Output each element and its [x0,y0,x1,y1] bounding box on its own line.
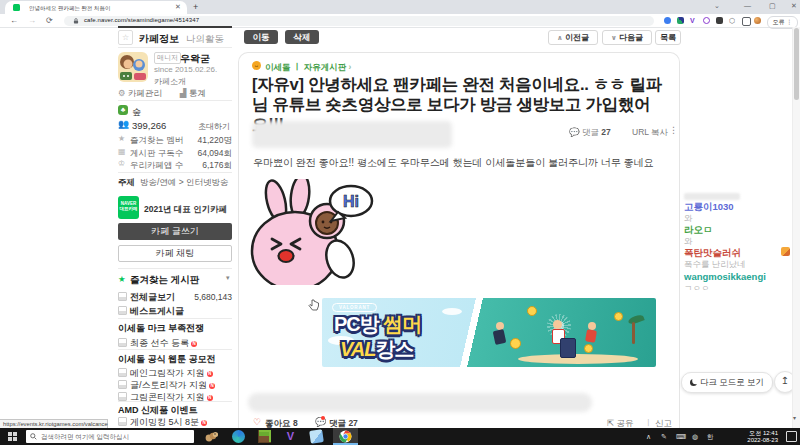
new-tab-icon[interactable]: + [193,2,198,12]
edge-icon[interactable] [232,430,245,443]
minimize-icon[interactable]: — [744,2,751,9]
browser-tab[interactable]: 안녕하세요 팬카페는 완전 처음이 ✕ [5,1,187,14]
taskbar-search[interactable]: 검색하려면 여기에 입력하십시 [26,430,194,443]
dark-mode-button[interactable]: 다크 모드로 보기 [681,372,773,393]
taskbar-clock[interactable]: 오전 12:41 2022-08-23 [722,430,778,444]
board-icon [118,368,127,377]
board-all-posts[interactable]: 전체글보기 [118,291,175,304]
banner-text-summer: 썸머 [383,313,421,335]
clock-time: 오전 12:41 [722,430,778,437]
breadcrumb-arrow-icon: › [349,62,352,72]
tray-keyboard-icon[interactable]: ⌨ [676,433,686,441]
banner-line2: VAL캉스 [340,336,414,363]
board-icon: ▦ [118,147,126,156]
board-best-posts[interactable]: 베스트게시글 [118,305,184,318]
start-button-icon[interactable] [8,432,17,441]
visual-studio-icon[interactable]: V [284,430,297,443]
fav-boards-header[interactable]: 즐겨찾는 게시판 [130,274,199,287]
extension-icon[interactable] [716,17,723,24]
forward-icon[interactable]: → [28,16,36,25]
tray-pen-icon[interactable]: ✎ [661,433,667,441]
notification-center-icon[interactable] [786,431,797,442]
cafe-chat-button[interactable]: 카페 채팅 [118,245,232,262]
banner-text-pcbang: PC방 [334,313,379,335]
cafe-since: since 2015.02.26. [154,65,217,74]
naver-top-cafe-badge: NAVER 대표카페 [118,196,139,219]
new-badge-icon: N [209,383,215,389]
tab-my-activity[interactable]: 나의활동 [186,33,224,46]
kebab-menu-icon[interactable]: ⋮ [669,125,678,135]
tab-title: 안녕하세요 팬카페는 완전 처음이 [29,5,167,12]
profile-avatar[interactable] [754,17,761,24]
share-icon: ⇱ [607,418,614,428]
valorant-banner-ad[interactable]: VALORANT PC방 썸머 VAL캉스 [322,298,656,367]
topic-value[interactable]: 방송/연예 > 인터넷방송 [140,177,229,189]
chrome-icon[interactable] [339,430,352,443]
beach-sand-shape [518,354,638,364]
banner-text-kangs: 캉스 [376,338,414,360]
cafe-stats-link[interactable]: ▟ 통계 [180,88,206,100]
tray-status-icon[interactable]: ◍ [692,433,698,441]
star-icon: ★ [118,134,125,143]
move-button[interactable]: 이동 [244,30,278,44]
divider [118,172,232,173]
maximize-icon[interactable]: ▢ [769,2,776,10]
extension-icon[interactable] [677,17,684,24]
board-icon [118,392,127,401]
search-placeholder: 검색하려면 여기에 입력하십시 [41,430,129,443]
comment-meta[interactable]: 💬 댓글 27 [569,127,611,139]
comment-bubble-icon: 💬 [315,417,326,427]
menu-item-label: 메인그림작가 지원 [130,368,205,378]
delete-button[interactable]: 삭제 [285,30,319,44]
back-icon[interactable]: ← [10,16,18,25]
chevron-down-icon: ∨ [611,34,617,41]
comment-label: 댓글 [329,418,346,428]
character-body-shape [493,329,507,345]
minecraft-icon[interactable] [258,430,271,443]
coin-shape [584,344,593,353]
like-heart-icon[interactable]: ♡ [253,417,261,427]
reload-icon[interactable]: ⟳ [46,16,53,25]
invite-link[interactable]: 초대하기 [198,121,230,132]
stat-label: 즐겨찾는 멤버 [130,135,183,147]
tray-expand-icon[interactable]: ∧ [646,433,651,441]
caterpillar-app-icon[interactable] [205,430,218,443]
url-text: cafe.naver.com/steamindiegame/4514347 [84,17,199,23]
gear-icon: ⚙ [118,88,126,98]
crown-icon: ♔ [118,159,125,168]
window-close-icon[interactable]: ✕ [791,2,797,10]
cafe-write-button[interactable]: 카페 글쓰기 [118,223,232,240]
favorite-cafe-star-icon[interactable]: ☆ [118,30,133,45]
extension-icon[interactable] [703,17,710,24]
next-post-button[interactable]: ∨ 다음글 [602,30,652,45]
tab-close-icon[interactable]: ✕ [175,3,181,11]
comment-bubble-icon: 💬 [569,127,580,137]
stat-value: 41,220명 [182,135,232,147]
ime-indicator[interactable]: 한 [707,433,714,442]
side-panel-icon[interactable] [742,17,751,26]
dark-mode-label: 다크 모드로 보기 [700,377,764,387]
menu-item-label: 게이밍킹 5시 8분 [130,417,199,427]
scrollbar-down-arrow[interactable]: ▾ [793,414,796,421]
board-breadcrumb[interactable]: 이세돌 ㅣ 자유게시판 › [265,62,351,74]
divider [118,401,232,402]
scrollbar-thumb[interactable] [794,28,799,100]
extensions-puzzle-icon[interactable]: ⬡ [729,17,736,24]
prev-post-button[interactable]: ∧ 이전글 [548,30,598,45]
extension-icon[interactable] [664,17,671,24]
collapse-chevron-icon[interactable]: ▾ [226,274,230,282]
menu-section: 이세돌 공식 웹툰 공모전 [118,353,216,366]
extension-icon[interactable]: V [690,17,697,24]
cafe-manage-link[interactable]: ⚙ 카페관리 [118,88,162,100]
profile-name: 오류 [773,19,785,25]
cafe-intro-link[interactable]: 카페소개 [154,76,186,87]
tab-cafe-info[interactable]: 카페정보 [139,32,179,46]
manager-name[interactable]: 우왁굳 [180,52,210,66]
list-button[interactable]: 목록 [655,30,681,45]
board-label: 전체글보기 [130,292,175,302]
app-icon[interactable] [309,429,324,444]
url-copy-button[interactable]: URL 복사 [632,127,668,139]
tab-search-chevron-icon[interactable]: ⌄ [714,2,720,10]
cafe-avatar[interactable] [118,52,148,82]
menu-item[interactable]: 그림콘티작가 지원N [118,391,213,404]
